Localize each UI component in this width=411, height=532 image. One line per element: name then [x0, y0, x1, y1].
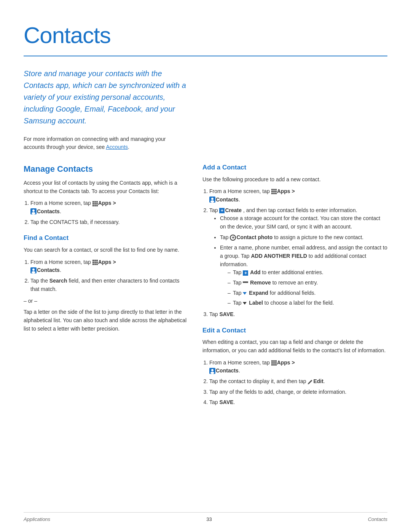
svg-rect-17 — [96, 262, 98, 263]
sub-intro: For more information on connecting with … — [24, 135, 187, 151]
edit-step-2: Tap the contact to display it, and then … — [209, 377, 387, 386]
pencil-edit-icon — [307, 378, 313, 385]
edit-step-3: Tap any of the fields to add, change, or… — [209, 388, 387, 396]
svg-rect-8 — [96, 205, 98, 206]
contacts-person-icon-2 — [30, 267, 37, 273]
manage-contacts-description: Access your list of contacts by using th… — [24, 179, 187, 195]
svg-rect-32 — [275, 193, 277, 194]
find-contact-additional: Tap a letter on the side of the list to … — [24, 308, 187, 333]
footer-right: Contacts — [368, 516, 387, 523]
apps-grid-icon-3 — [271, 189, 277, 194]
edit-step-1: From a Home screen, tap — [209, 359, 387, 375]
svg-rect-30 — [271, 193, 273, 194]
apps-grid-icon-4 — [271, 360, 277, 365]
find-step-2: Tap the Search field, and then enter cha… — [30, 277, 187, 293]
right-column: Add a Contact Use the following procedur… — [202, 163, 387, 411]
two-column-layout: Manage Contacts Access your list of cont… — [24, 163, 387, 411]
svg-rect-0 — [92, 201, 94, 203]
apps-grid-icon — [92, 201, 98, 206]
svg-rect-4 — [94, 203, 96, 204]
apps-grid-icon-2 — [92, 259, 98, 265]
label-arrow-icon — [243, 302, 247, 305]
contacts-person-icon-4 — [209, 368, 215, 374]
svg-point-23 — [32, 271, 35, 273]
bullet-photo: Tap +Contact photo to assign a picture t… — [220, 233, 387, 242]
left-column: Manage Contacts Access your list of cont… — [24, 163, 187, 411]
find-contact-description: You can search for a contact, or scroll … — [24, 246, 187, 254]
contacts-person-icon — [30, 208, 37, 214]
svg-rect-26 — [275, 189, 277, 190]
svg-rect-19 — [94, 264, 96, 265]
svg-point-11 — [32, 212, 35, 214]
dash-add: Tap + Add to enter additional entries. — [228, 268, 387, 277]
edit-contact-steps: From a Home screen, tap — [202, 359, 387, 407]
svg-rect-16 — [94, 262, 96, 263]
svg-rect-13 — [94, 260, 96, 261]
svg-rect-37 — [273, 360, 275, 362]
bullet-fields: Enter a name, phone number, email addres… — [220, 244, 387, 307]
accounts-link[interactable]: Accounts — [106, 144, 128, 150]
add-bullets: Choose a storage account for the contact… — [209, 214, 387, 307]
edit-contact-description: When editing a contact, you can tap a fi… — [202, 338, 387, 355]
dash-remove: Tap Remove to remove an entry. — [228, 279, 387, 287]
edit-step-4: Tap SAVE. — [209, 398, 387, 407]
svg-marker-48 — [308, 380, 312, 384]
find-contact-heading: Find a Contact — [24, 233, 187, 243]
or-divider: – or – — [24, 297, 187, 305]
svg-rect-7 — [94, 205, 96, 206]
add-contact-description: Use the following procedure to add a new… — [202, 176, 387, 184]
svg-rect-44 — [275, 364, 277, 366]
intro-text: Store and manage your contacts with the … — [24, 68, 187, 127]
manage-step-2: Tap the CONTACTS tab, if necessary. — [30, 218, 187, 227]
svg-rect-40 — [273, 362, 275, 364]
svg-rect-6 — [92, 205, 94, 206]
find-contact-steps: From a Home screen, tap — [24, 258, 187, 294]
create-plus-icon: + — [219, 208, 225, 213]
svg-rect-39 — [271, 362, 273, 364]
contacts-person-icon-3 — [209, 197, 215, 203]
add-plus-icon: + — [243, 270, 248, 276]
manage-step-1: From a Home screen, tap — [30, 199, 187, 216]
expand-check-icon — [243, 292, 247, 295]
add-contact-steps: From a Home screen, tap — [202, 187, 387, 319]
page-title: Contacts — [24, 18, 387, 53]
svg-rect-1 — [94, 201, 96, 203]
svg-rect-41 — [275, 362, 277, 364]
add-step-1: From a Home screen, tap — [209, 187, 387, 204]
dash-expand: Tap Expand for additional fields. — [228, 289, 387, 297]
footer-left: Applications — [24, 516, 50, 523]
add-contact-heading: Add a Contact — [202, 163, 387, 173]
page-footer: Applications 33 Contacts — [24, 512, 387, 523]
svg-rect-27 — [271, 191, 273, 192]
svg-rect-12 — [92, 260, 94, 261]
svg-rect-31 — [273, 193, 275, 194]
manage-contacts-steps: From a Home screen, tap — [24, 199, 187, 226]
svg-rect-3 — [92, 203, 94, 204]
svg-point-46 — [211, 369, 213, 371]
bullet-storage: Choose a storage account for the contact… — [220, 214, 387, 231]
add-step-2: Tap +Create , and then tap contact field… — [209, 206, 387, 308]
svg-rect-2 — [96, 201, 98, 203]
svg-rect-24 — [271, 189, 273, 190]
svg-rect-43 — [273, 364, 275, 366]
svg-point-47 — [210, 372, 214, 374]
add-step-3: Tap SAVE. — [209, 310, 387, 319]
svg-point-34 — [211, 198, 213, 200]
svg-rect-15 — [92, 262, 94, 263]
title-rule — [24, 56, 387, 56]
svg-rect-25 — [273, 189, 275, 190]
svg-point-35 — [210, 200, 214, 203]
edit-contact-heading: Edit a Contact — [202, 326, 387, 335]
svg-rect-5 — [96, 203, 98, 204]
remove-minus-icon — [243, 281, 248, 283]
page: Contacts Store and manage your contacts … — [0, 0, 411, 532]
svg-point-22 — [32, 268, 35, 271]
manage-contacts-heading: Manage Contacts — [24, 163, 187, 175]
dash-items: Tap + Add to enter additional entries. T… — [220, 268, 387, 307]
footer-page-number: 33 — [206, 516, 212, 523]
svg-rect-38 — [275, 360, 277, 362]
svg-rect-20 — [96, 264, 98, 265]
svg-point-10 — [32, 209, 35, 212]
svg-rect-42 — [271, 364, 273, 366]
dash-label: Tap Label to choose a label for the fiel… — [228, 299, 387, 307]
